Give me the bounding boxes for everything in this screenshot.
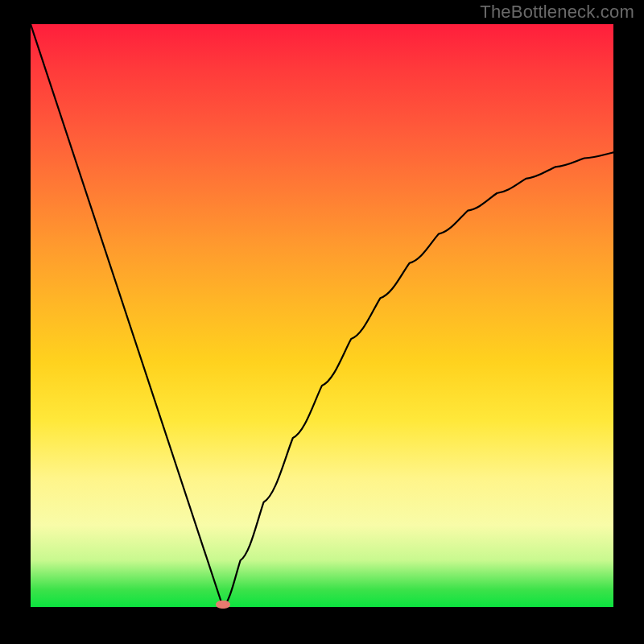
bottleneck-curve xyxy=(31,24,613,607)
plot-area xyxy=(31,24,613,607)
chart-frame: TheBottleneck.com xyxy=(0,0,644,644)
watermark-text: TheBottleneck.com xyxy=(480,2,634,23)
curve-path xyxy=(31,24,613,607)
optimal-point-marker xyxy=(216,601,230,609)
